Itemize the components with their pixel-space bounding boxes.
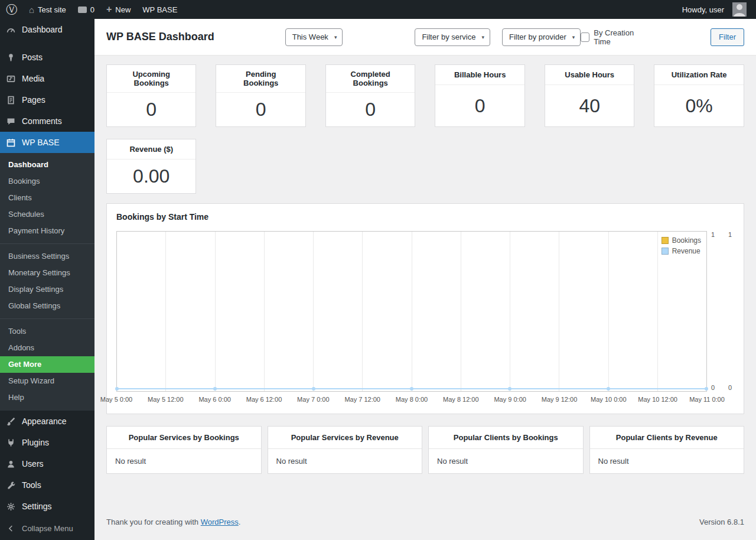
submenu-item-dashboard[interactable]: Dashboard [0, 157, 94, 173]
bookings-y-axis: 1 0 [711, 231, 715, 392]
x-tick-label: May 7 0:00 [297, 396, 329, 403]
submenu-item-help[interactable]: Help [0, 389, 94, 406]
period-select[interactable]: This Week ▾ [285, 28, 343, 46]
popular-panels-row: Popular Services by Bookings No result P… [106, 426, 744, 474]
sidebar-item-appearance[interactable]: Appearance [0, 411, 94, 432]
menu-separator [0, 40, 94, 47]
stat-title: Upcoming Bookings [118, 70, 184, 87]
submenu-item-setup-wizard[interactable]: Setup Wizard [0, 373, 94, 389]
new-label: New [115, 5, 131, 14]
sidebar-item-users[interactable]: Users [0, 453, 94, 474]
site-name-link[interactable]: ⌂ Test site [23, 0, 72, 19]
panel-body: No result [590, 449, 744, 473]
collapse-menu-button[interactable]: Collapse Menu [0, 516, 94, 540]
sidebar-item-label: Dashboard [22, 25, 63, 34]
submenu-item-get-more[interactable]: Get More [0, 356, 94, 373]
paintbrush-icon [5, 415, 17, 427]
stat-title: Utilization Rate [672, 70, 727, 79]
by-creation-time-checkbox[interactable] [581, 32, 589, 42]
submenu-item-tools[interactable]: Tools [0, 323, 94, 340]
stat-card-billable-hours: Billable Hours 0 [435, 64, 524, 127]
sidebar-item-label: Media [22, 74, 44, 83]
sidebar-item-media[interactable]: Media [0, 68, 94, 89]
chart-title: Bookings by Start Time [116, 212, 734, 222]
stat-card-upcoming-bookings: Upcoming Bookings 0 [106, 64, 196, 127]
panel-body: No result [268, 449, 422, 473]
submenu-item-global-settings[interactable]: Global Settings [0, 298, 94, 314]
comments-bubble-link[interactable]: 0 [72, 0, 100, 19]
chart-point [213, 387, 217, 391]
wrench-icon [5, 479, 17, 491]
revenue-legend-label: Revenue [672, 247, 700, 255]
sidebar-item-plugins[interactable]: Plugins [0, 432, 94, 453]
chart-legend: Bookings Revenue [659, 234, 704, 258]
panel-body: No result [429, 449, 583, 473]
my-account-menu[interactable]: Howdy, user [676, 0, 752, 19]
stat-value: 40 [545, 85, 634, 126]
wp-base-toolbar-link[interactable]: WP BASE [136, 0, 183, 19]
panel-title: Popular Clients by Revenue [590, 427, 744, 449]
sidebar-item-dashboard[interactable]: Dashboard [0, 19, 94, 40]
submenu-item-payment-history[interactable]: Payment History [0, 223, 94, 239]
footer-thanks: Thank you for creating with WordPress. [106, 518, 240, 526]
popular-clients-by-bookings-panel: Popular Clients by Bookings No result [428, 426, 584, 474]
stat-card-utilization-rate: Utilization Rate 0% [654, 64, 744, 127]
chart-gridlines [117, 232, 706, 391]
submenu-item-addons[interactable]: Addons [0, 340, 94, 356]
sidebar-item-comments[interactable]: Comments [0, 110, 94, 132]
stat-card-revenue: Revenue ($) 0.00 [106, 139, 196, 194]
chevron-down-icon: ▾ [481, 34, 484, 40]
chevron-down-icon: ▾ [334, 34, 337, 40]
stat-title: Billable Hours [454, 70, 506, 79]
x-tick-label: May 9 0:00 [494, 396, 526, 403]
filter-button[interactable]: Filter [711, 28, 744, 46]
wordpress-logo-icon: Ⓥ [6, 4, 17, 15]
stat-value: 0 [326, 93, 415, 126]
x-tick-label: May 8 0:00 [396, 396, 428, 403]
main-content: WP BASE Dashboard This Week ▾ Filter by … [94, 0, 756, 532]
wordpress-menu-button[interactable]: Ⓥ [0, 0, 23, 19]
service-filter-select[interactable]: Filter by service ▾ [415, 28, 490, 46]
sidebar-item-tools[interactable]: Tools [0, 474, 94, 496]
howdy-label: Howdy, user [682, 5, 724, 14]
submenu-item-monetary-settings[interactable]: Monetary Settings [0, 265, 94, 281]
sidebar-item-label: Appearance [22, 417, 67, 426]
calendar-icon [5, 136, 17, 148]
service-filter-value: Filter by service [422, 32, 475, 41]
panel-title: Popular Services by Revenue [268, 427, 422, 449]
chart-point [115, 387, 119, 391]
sidebar-item-posts[interactable]: Posts [0, 47, 94, 68]
collapse-menu-label: Collapse Menu [22, 524, 73, 533]
submenu-item-schedules[interactable]: Schedules [0, 206, 94, 223]
sidebar-item-wp-base[interactable]: WP BASE [0, 132, 94, 153]
stat-title: Pending Bookings [228, 70, 294, 87]
wordpress-link[interactable]: WordPress [201, 518, 239, 526]
sidebar-item-label: Comments [22, 116, 62, 126]
stat-value: 0 [107, 93, 195, 126]
new-content-button[interactable]: + New [100, 0, 136, 19]
submenu-divider [0, 318, 94, 319]
revenue-legend-swatch [662, 248, 669, 255]
provider-filter-value: Filter by provider [509, 32, 566, 41]
sidebar-item-label: Posts [22, 53, 43, 62]
x-tick-label: May 6 0:00 [198, 396, 230, 403]
footer-thanks-text: Thank you for creating with [106, 518, 198, 526]
page-title: WP BASE Dashboard [106, 31, 214, 43]
stat-value: 0% [654, 85, 743, 126]
submenu-item-bookings[interactable]: Bookings [0, 173, 94, 190]
panel-body: No result [107, 449, 261, 473]
y-axis-min-label: 0 [711, 385, 715, 391]
submenu-item-clients[interactable]: Clients [0, 190, 94, 206]
wp-base-submenu: Dashboard Bookings Clients Schedules Pay… [0, 153, 94, 411]
x-tick-label: May 10 0:00 [591, 396, 627, 403]
sidebar-item-settings[interactable]: Settings [0, 496, 94, 517]
submenu-item-display-settings[interactable]: Display Settings [0, 281, 94, 298]
sidebar-item-pages[interactable]: Pages [0, 89, 94, 110]
admin-footer: Thank you for creating with WordPress. V… [106, 518, 744, 532]
stat-card-completed-bookings: Completed Bookings 0 [325, 64, 415, 127]
popular-clients-by-revenue-panel: Popular Clients by Revenue No result [589, 426, 745, 474]
bookings-legend-swatch [662, 237, 669, 244]
submenu-item-business-settings[interactable]: Business Settings [0, 248, 94, 265]
provider-filter-select[interactable]: Filter by provider ▾ [502, 28, 581, 46]
x-tick-label: May 5 12:00 [148, 396, 184, 403]
